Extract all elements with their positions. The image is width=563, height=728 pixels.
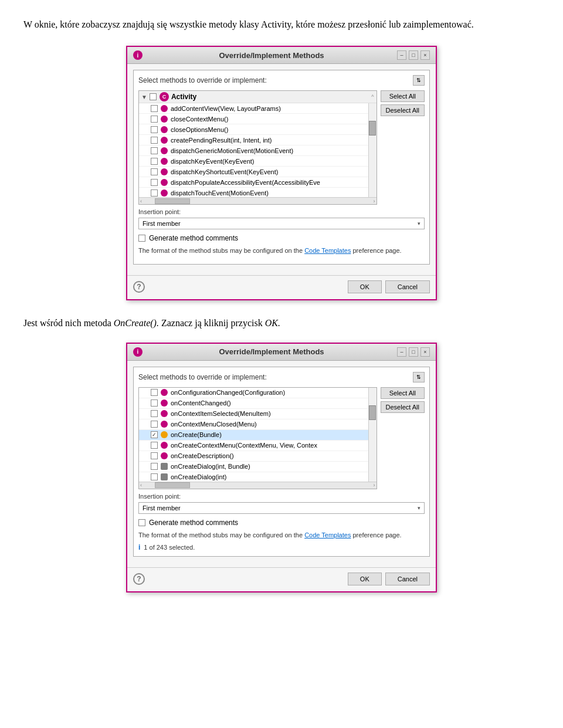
dialog2-hscrollbar[interactable]: ‹ ›	[139, 482, 377, 489]
table-row[interactable]: onCreate(Bundle)	[139, 430, 368, 441]
d2-method-checkbox-5[interactable]	[151, 431, 158, 438]
dialog2-ok-button[interactable]: OK	[348, 573, 382, 585]
table-row[interactable]: onContextItemSelected(MenuItem)	[139, 409, 368, 419]
dialog1-scroll-wrapper: addContentView(View, LayoutParams) close…	[139, 103, 377, 197]
table-row[interactable]: onCreateDialog(int)	[139, 472, 368, 482]
table-row[interactable]: dispatchKeyShortcutEvent(KeyEvent)	[139, 167, 368, 177]
dialog2-hscroll-left[interactable]: ‹	[139, 482, 143, 488]
dialog2-generate-comments-checkbox[interactable]	[138, 519, 145, 526]
dialog1-insertion-dropdown[interactable]: First member ▾	[138, 218, 425, 229]
method-checkbox-3[interactable]	[151, 126, 158, 133]
table-row[interactable]: closeOptionsMenu()	[139, 124, 368, 135]
method-checkbox-1[interactable]	[151, 105, 158, 112]
method-checkbox-9[interactable]	[151, 189, 158, 197]
dialog1-generate-comments-checkbox[interactable]	[138, 235, 145, 242]
dialog2-info-text-part2: preference page.	[352, 531, 401, 539]
d2-method-checkbox-4[interactable]	[151, 421, 158, 428]
dialog2-footer: ? OK Cancel	[127, 567, 436, 591]
dialog2-title: Override/Implement Methods	[146, 347, 397, 356]
dialog1-hscroll-left[interactable]: ‹	[139, 198, 143, 204]
dialog2-deselect-all-button[interactable]: Deselect All	[381, 401, 425, 413]
dialog1-select-all-button[interactable]: Select All	[381, 90, 425, 102]
dialog2-insertion-dropdown[interactable]: First member ▾	[138, 502, 425, 514]
prose-paragraph-2: Jest wśród nich metoda OnCreate(). Zazna…	[23, 318, 540, 329]
method-name-2: closeContextMenu()	[171, 116, 228, 123]
d2-method-icon-9	[161, 473, 168, 480]
dialog2-info-text-part1: The format of the method stubs may be co…	[138, 531, 303, 539]
dialog2-section-header: Select methods to override or implement:…	[138, 372, 425, 382]
dialog1-activity-checkbox[interactable]	[150, 93, 157, 100]
dialog1-cancel-button[interactable]: Cancel	[385, 280, 430, 293]
table-row[interactable]: dispatchTouchEvent(MotionEvent)	[139, 188, 368, 197]
dialog2-help-icon[interactable]: ?	[133, 573, 145, 585]
dialog2-info-link[interactable]: Code Templates	[304, 531, 351, 539]
method-icon-4	[161, 137, 168, 144]
dialog1-hscrollbar-thumb[interactable]	[155, 198, 190, 204]
dialog2-hscroll-right[interactable]: ›	[372, 482, 377, 488]
method-icon-1	[161, 105, 168, 112]
d2-method-checkbox-6[interactable]	[151, 442, 158, 449]
dialog1-tree-toggle[interactable]: ▼	[141, 94, 147, 100]
method-name-7: dispatchKeyShortcutEvent(KeyEvent)	[171, 168, 278, 175]
table-row[interactable]: onCreateDescription()	[139, 451, 368, 462]
d2-method-checkbox-3[interactable]	[151, 410, 158, 417]
method-checkbox-2[interactable]	[151, 116, 158, 123]
dialog1-deselect-all-button[interactable]: Deselect All	[381, 104, 425, 116]
d2-method-icon-4	[161, 421, 168, 428]
dialog1-titlebar: i Override/Implement Methods – □ ×	[127, 47, 436, 64]
dialog1-generate-comments-label: Generate method comments	[149, 234, 238, 242]
dialog2-hscrollbar-thumb[interactable]	[155, 482, 190, 488]
method-checkbox-6[interactable]	[151, 158, 158, 165]
dialog1-section-label: Select methods to override or implement:	[138, 76, 267, 84]
dialog2-minimize-button[interactable]: –	[397, 347, 406, 357]
dialog1-ok-button[interactable]: OK	[348, 280, 382, 293]
dialog2-cancel-button[interactable]: Cancel	[385, 573, 430, 585]
d2-method-name-9: onCreateDialog(int)	[171, 473, 226, 480]
dialog1-vscrollbar[interactable]	[368, 103, 377, 197]
table-row[interactable]: dispatchKeyEvent(KeyEvent)	[139, 156, 368, 167]
dialog2-sort-icon[interactable]: ⇅	[413, 372, 425, 382]
dialog2-side-buttons: Select All Deselect All	[381, 387, 425, 489]
table-row[interactable]: dispatchGenericMotionEvent(MotionEvent)	[139, 145, 368, 156]
table-row[interactable]: onContentChanged()	[139, 398, 368, 409]
method-checkbox-4[interactable]	[151, 137, 158, 144]
d2-method-name-4: onContextMenuClosed(Menu)	[171, 421, 257, 428]
dialog1-minimize-button[interactable]: –	[397, 50, 406, 60]
d2-method-icon-7	[161, 452, 168, 459]
dialog1-help-icon[interactable]: ?	[133, 281, 145, 293]
dialog1-close-button[interactable]: ×	[420, 50, 430, 60]
d2-method-checkbox-9[interactable]	[151, 473, 158, 480]
method-checkbox-8[interactable]	[151, 179, 158, 186]
d2-method-checkbox-1[interactable]	[151, 389, 158, 396]
method-checkbox-5[interactable]	[151, 147, 158, 154]
table-row[interactable]: onContextMenuClosed(Menu)	[139, 419, 368, 430]
table-row[interactable]: createPendingResult(int, Intent, int)	[139, 135, 368, 145]
table-row[interactable]: onCreateDialog(int, Bundle)	[139, 462, 368, 472]
table-row[interactable]: dispatchPopulateAccessibilityEvent(Acces…	[139, 177, 368, 188]
dialog2-vscrollbar-thumb[interactable]	[369, 405, 376, 420]
table-row[interactable]: closeContextMenu()	[139, 114, 368, 124]
dialog1-info-link[interactable]: Code Templates	[304, 247, 351, 254]
dialog1-maximize-button[interactable]: □	[409, 50, 418, 60]
d2-method-checkbox-8[interactable]	[151, 463, 158, 470]
method-icon-3	[161, 126, 168, 133]
dialog2-vscrollbar[interactable]	[368, 388, 377, 482]
method-checkbox-7[interactable]	[151, 168, 158, 175]
table-row[interactable]: onConfigurationChanged(Configuration)	[139, 388, 368, 398]
table-row[interactable]: onCreateContextMenu(ContextMenu, View, C…	[139, 441, 368, 451]
prose2-text1: Jest wśród nich metoda	[23, 318, 114, 328]
dialog1-title: Override/Implement Methods	[146, 51, 397, 60]
dialog1-sort-icon[interactable]: ⇅	[413, 75, 425, 86]
dialog2-wrapper: i Override/Implement Methods – □ × Selec…	[23, 343, 540, 593]
table-row[interactable]: addContentView(View, LayoutParams)	[139, 103, 368, 114]
dialog1-hscroll-right[interactable]: ›	[372, 198, 377, 204]
dialog1-vscrollbar-thumb[interactable]	[369, 121, 376, 136]
d2-method-checkbox-2[interactable]	[151, 399, 158, 407]
dialog2-footer-buttons: OK Cancel	[348, 573, 430, 585]
dialog2-close-button[interactable]: ×	[420, 347, 430, 357]
d2-method-checkbox-7[interactable]	[151, 452, 158, 459]
dialog2-select-all-button[interactable]: Select All	[381, 387, 425, 399]
dialog2-maximize-button[interactable]: □	[409, 347, 418, 357]
dialog2-insertion-label: Insertion point:	[138, 493, 425, 500]
dialog1-hscrollbar[interactable]: ‹ ›	[139, 197, 377, 204]
